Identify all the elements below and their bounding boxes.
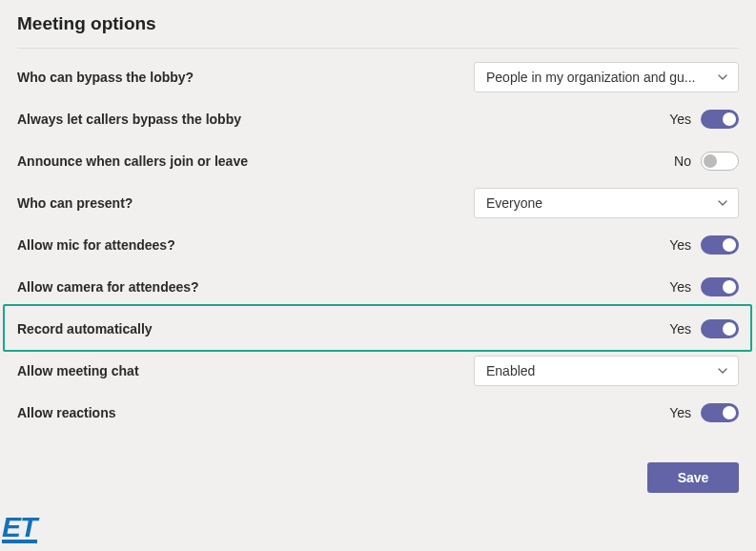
label-bypass-lobby: Who can bypass the lobby? (17, 70, 194, 85)
row-callers-bypass: Always let callers bypass the lobby Yes (17, 98, 739, 140)
select-value: People in my organization and gu... (486, 70, 709, 85)
toggle-text: Yes (669, 237, 691, 253)
toggle-allow-mic[interactable] (701, 235, 739, 255)
label-callers-bypass: Always let callers bypass the lobby (17, 112, 241, 127)
toggle-allow-camera[interactable] (701, 277, 739, 296)
select-allow-chat[interactable]: Enabled (474, 356, 739, 386)
footer: Save (17, 434, 739, 493)
row-allow-camera: Allow camera for attendees? Yes (17, 266, 739, 308)
toggle-allow-reactions[interactable] (701, 403, 739, 422)
page-title: Meeting options (17, 13, 739, 34)
label-allow-chat: Allow meeting chat (17, 363, 139, 378)
label-allow-camera: Allow camera for attendees? (17, 279, 199, 295)
row-allow-mic: Allow mic for attendees? Yes (17, 224, 739, 266)
label-allow-reactions: Allow reactions (17, 405, 115, 420)
label-allow-mic: Allow mic for attendees? (17, 237, 175, 253)
toggle-text: No (674, 153, 691, 169)
toggle-text: Yes (669, 321, 691, 337)
chevron-down-icon (717, 365, 728, 377)
row-allow-chat: Allow meeting chat Enabled (17, 350, 739, 392)
toggle-record-auto[interactable] (701, 319, 739, 338)
select-value: Enabled (486, 363, 709, 378)
label-record-auto: Record automatically (17, 321, 153, 337)
toggle-text: Yes (669, 112, 691, 127)
toggle-announce[interactable] (701, 152, 739, 171)
row-who-present: Who can present? Everyone (17, 182, 739, 224)
divider (17, 48, 739, 49)
row-record-auto: Record automatically Yes (17, 308, 739, 350)
toggle-text: Yes (669, 405, 691, 420)
select-value: Everyone (486, 195, 709, 211)
select-who-present[interactable]: Everyone (474, 188, 739, 218)
chevron-down-icon (717, 197, 728, 209)
label-announce: Announce when callers join or leave (17, 153, 248, 169)
chevron-down-icon (717, 71, 728, 83)
select-bypass-lobby[interactable]: People in my organization and gu... (474, 62, 739, 92)
row-announce: Announce when callers join or leave No (17, 140, 739, 182)
label-who-present: Who can present? (17, 195, 133, 211)
toggle-callers-bypass[interactable] (701, 110, 739, 129)
watermark-logo: ET (2, 514, 37, 543)
save-button[interactable]: Save (647, 462, 739, 493)
toggle-text: Yes (669, 279, 691, 295)
row-bypass-lobby: Who can bypass the lobby? People in my o… (17, 56, 739, 98)
row-allow-reactions: Allow reactions Yes (17, 392, 739, 434)
